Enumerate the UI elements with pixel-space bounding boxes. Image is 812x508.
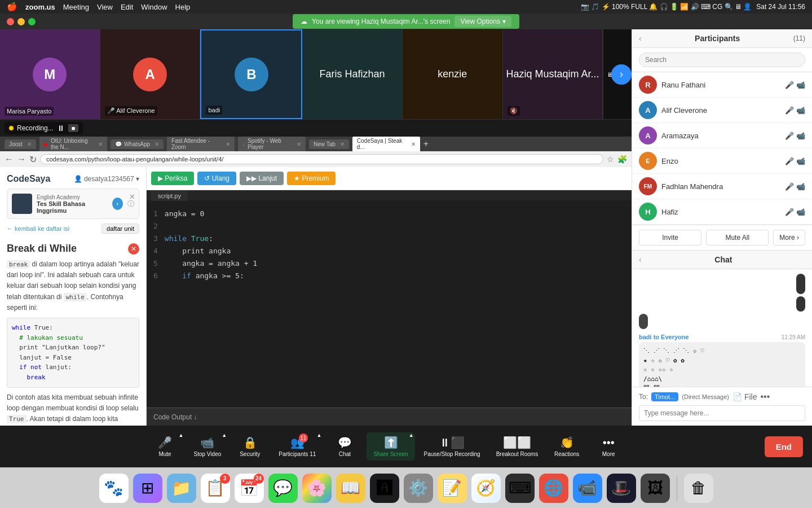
code-output-bar[interactable]: Code Output ↓ <box>147 408 632 426</box>
lanjut-btn[interactable]: ▶▶ Lanjut <box>240 172 284 185</box>
collapse-participants-btn[interactable]: ‹ <box>639 34 642 43</box>
cam-icon-fadhlan[interactable]: 📹 <box>796 182 805 191</box>
invite-btn[interactable]: Invite <box>639 230 701 246</box>
close-lesson-btn[interactable]: ✕ <box>128 243 139 255</box>
share-arrow[interactable]: ▲ <box>409 432 414 438</box>
dock-system-prefs[interactable]: ⚙️ <box>404 474 433 503</box>
dock-messages[interactable]: 💬 <box>268 474 298 503</box>
cam-icon-aramazaya[interactable]: 📹 <box>796 132 805 140</box>
premium-btn[interactable]: ★ Premium <box>287 172 336 185</box>
participants-arrow[interactable]: ▲ <box>317 432 322 438</box>
menu-view[interactable]: View <box>97 3 113 11</box>
dock-safari[interactable]: 🧭 <box>471 474 501 503</box>
address-input[interactable] <box>40 154 603 164</box>
back-btn[interactable]: ← <box>5 154 14 164</box>
extensions-icon[interactable]: 🧩 <box>617 155 627 164</box>
mic-muted-ranu[interactable]: 🎤 <box>785 81 794 89</box>
back-to-list-btn[interactable]: ← kembali ke daftar isi <box>7 225 69 232</box>
chat-type-input[interactable] <box>639 405 805 421</box>
app-name[interactable]: zoom.us <box>25 3 55 11</box>
mute-arrow[interactable]: ▲ <box>179 432 184 438</box>
chat-more-btn[interactable]: ••• <box>760 392 770 402</box>
code-editor[interactable]: 1angka = 0 2 3while True: 4 print angka <box>147 201 632 408</box>
mute-all-btn[interactable]: Mute All <box>706 230 769 246</box>
dock-reminders[interactable]: 📋 3 <box>201 474 230 503</box>
more-options-btn[interactable]: More › <box>773 230 805 246</box>
dock-launchpad[interactable]: ⊞ <box>133 474 162 503</box>
new-tab-btn[interactable]: + <box>423 139 429 149</box>
tab-spotify[interactable]: ♪Spotify - Web Player✕ <box>238 137 306 152</box>
dock-books[interactable]: 📖 <box>336 474 365 503</box>
icons-alif: 🎤 📹 <box>785 106 805 115</box>
file-btn[interactable]: 📄 File <box>732 392 757 401</box>
video-arrow[interactable]: ▲ <box>222 432 227 438</box>
cam-icon-hafiz[interactable]: 📹 <box>796 208 805 216</box>
cam-icon-enzo[interactable]: 📹 <box>796 157 805 165</box>
tab-zoom[interactable]: Fast Attendee - Zoom✕ <box>167 137 235 152</box>
dock-moustache[interactable]: 🎩 <box>607 474 636 503</box>
forward-btn[interactable]: → <box>17 154 26 164</box>
menu-edit[interactable]: Edit <box>121 3 133 11</box>
cam-icon-ranu[interactable]: 📹 <box>796 81 805 89</box>
dock-finder[interactable]: 🐾 <box>99 474 129 503</box>
next-participants-btn[interactable]: › <box>611 64 632 85</box>
menu-help[interactable]: Help <box>175 3 191 11</box>
dock-calendar[interactable]: 📅 24 <box>235 474 264 503</box>
participants-btn[interactable]: ▲ 👥 11 Participants 11 <box>272 432 323 461</box>
mic-muted-aramazaya[interactable]: 🎤 <box>785 132 794 140</box>
video-thumb-marisa[interactable]: M Marisa Paryasto <box>0 29 100 119</box>
dock-files[interactable]: 📁 <box>167 474 196 503</box>
refresh-btn[interactable]: ↻ <box>29 154 37 165</box>
mute-btn[interactable]: ▲ 🎤 Mute <box>145 432 185 461</box>
video-thumb-alif[interactable]: A 🎤 Alif Cleverone <box>100 29 201 119</box>
dock-terminal[interactable]: ⌨ <box>505 474 535 503</box>
mic-muted-hafiz[interactable]: 🎤 <box>785 208 794 216</box>
video-thumb-kenzie[interactable]: kenzie <box>403 29 503 119</box>
reactions-btn[interactable]: 👏 Reactions <box>547 432 586 461</box>
tab-youtube[interactable]: ▶OtU: Unboxing the N...✕ <box>39 137 107 152</box>
menu-window[interactable]: Window <box>141 3 167 11</box>
stop-video-btn[interactable]: ▲ 📹 Stop Video <box>187 432 228 461</box>
tab-codesaya[interactable]: CodeSaya | Steak d...✕ <box>352 137 420 152</box>
end-meeting-btn[interactable]: End <box>765 436 803 457</box>
tab-whatsapp[interactable]: 💬WhatsApp✕ <box>111 139 164 149</box>
fullscreen-btn[interactable] <box>28 18 36 25</box>
dock-zoom[interactable]: 📹 <box>573 474 602 503</box>
menu-meeting[interactable]: Meeting <box>63 3 89 11</box>
tab-newtab[interactable]: New Tab✕ <box>309 139 349 149</box>
bookmark-icon[interactable]: ☆ <box>607 155 614 164</box>
mic-muted-alif[interactable]: 🎤 <box>785 106 794 115</box>
more-btn[interactable]: ••• More <box>589 433 628 461</box>
close-widget-btn[interactable]: ✕ <box>129 192 135 201</box>
expand-widget-btn[interactable]: › <box>112 198 123 210</box>
dock-trash[interactable]: 🗑 <box>684 474 713 503</box>
recording-stop-btn[interactable]: ■ <box>68 124 79 132</box>
view-options-button[interactable]: View Options ▾ <box>454 16 511 27</box>
pause-recording-btn[interactable]: ⏸⬛ Pause/Stop Recording <box>417 432 487 461</box>
close-btn[interactable] <box>7 18 14 25</box>
dock-notes[interactable]: 📝 <box>438 474 467 503</box>
dock-appstore[interactable]: 🅰 <box>370 474 399 503</box>
minimize-btn[interactable] <box>17 18 25 25</box>
cam-icon-alif[interactable]: 📹 <box>796 106 805 115</box>
dock-photos[interactable]: 🌸 <box>302 474 332 503</box>
list-units-btn[interactable]: daftar unit <box>102 224 139 234</box>
search-input[interactable] <box>639 52 805 67</box>
mic-muted-fadhlan[interactable]: 🎤 <box>785 182 794 191</box>
video-thumb-badi[interactable]: B badi <box>200 29 302 119</box>
periksa-btn[interactable]: ▶ Periksa <box>151 172 194 185</box>
share-screen-btn[interactable]: ▲ ⬆️ Share Screen <box>367 432 414 461</box>
recipient-select[interactable]: Timot... <box>651 392 678 401</box>
dock-chrome[interactable]: 🌐 <box>539 474 568 503</box>
security-btn[interactable]: 🔒 Security <box>230 432 270 461</box>
apple-menu[interactable]: 🍎 <box>7 2 17 12</box>
tab-joost[interactable]: Joost✕ <box>5 139 36 149</box>
mic-muted-enzo[interactable]: 🎤 <box>785 157 794 165</box>
video-thumb-faris[interactable]: Faris Hafizhan <box>302 29 403 119</box>
dock-image[interactable]: 🖼 <box>641 474 670 503</box>
ulang-btn[interactable]: ↺ Ulang <box>197 172 236 185</box>
chat-btn[interactable]: 💬 Chat <box>325 432 364 461</box>
breakout-rooms-btn[interactable]: ⬜⬜ Breakout Rooms <box>489 432 545 461</box>
recording-pause-btn[interactable]: ⏸ <box>57 124 65 133</box>
video-thumb-haziq[interactable]: Haziq Mustaqim Ar... 🔇 <box>503 29 603 119</box>
